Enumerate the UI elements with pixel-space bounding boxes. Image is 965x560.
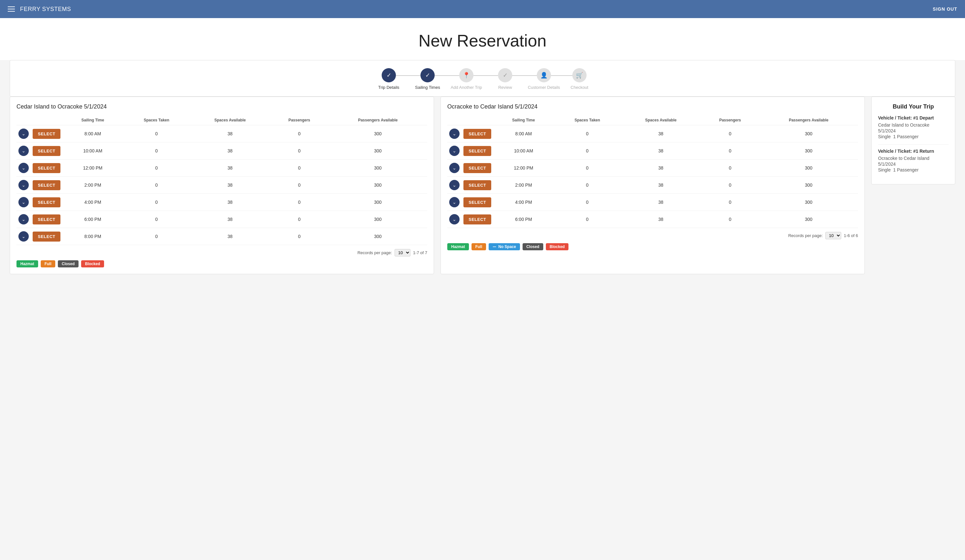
right-spaces-taken-1: 0 xyxy=(554,142,621,160)
left-col-passengers-available: Passengers Available xyxy=(328,115,427,125)
right-chevron-0[interactable]: ⌄ xyxy=(449,129,460,139)
right-passengers-available-0: 300 xyxy=(759,125,858,142)
step-add-another-trip-circle: 📍 xyxy=(459,68,473,82)
left-col-select xyxy=(31,115,62,125)
depart-route: Cedar Island to Ocracoke xyxy=(878,122,949,127)
badge-closed-left: Closed xyxy=(58,260,79,268)
return-header: Vehicle / Ticket: #1 Return xyxy=(878,149,949,154)
left-select-btn-1[interactable]: SELECT xyxy=(33,146,61,156)
left-table-row: ⌄ SELECT 2:00 PM 0 38 0 300 xyxy=(16,177,427,194)
svg-rect-0 xyxy=(493,247,496,247)
left-table-row: ⌄ SELECT 8:00 PM 0 38 0 300 xyxy=(16,228,427,245)
right-chevron-5[interactable]: ⌄ xyxy=(449,214,460,224)
left-spaces-available-4: 38 xyxy=(190,194,270,211)
right-table-row: ⌄ SELECT 2:00 PM 0 38 0 300 xyxy=(447,177,858,194)
left-chevron-0[interactable]: ⌄ xyxy=(18,129,29,139)
left-chevron-4[interactable]: ⌄ xyxy=(18,197,29,207)
left-sailing-time-4: 4:00 PM xyxy=(62,194,123,211)
left-passengers-1: 0 xyxy=(270,142,328,160)
left-chevron-6[interactable]: ⌄ xyxy=(18,231,29,242)
right-sailing-time-1: 10:00 AM xyxy=(493,142,554,160)
left-passengers-available-5: 300 xyxy=(328,211,427,228)
left-chevron-2[interactable]: ⌄ xyxy=(18,163,29,173)
step-add-another-trip[interactable]: 📍 Add Another Trip xyxy=(447,68,486,90)
right-chevron-1[interactable]: ⌄ xyxy=(449,146,460,156)
right-select-btn-3[interactable]: SELECT xyxy=(463,180,491,190)
step-customer-details-label: Customer Details xyxy=(528,85,560,90)
left-passengers-available-1: 300 xyxy=(328,142,427,160)
left-sailing-time-6: 8:00 PM xyxy=(62,228,123,245)
right-records-label: Records per page: xyxy=(788,233,823,238)
left-select-btn-6[interactable]: SELECT xyxy=(33,232,61,242)
step-review[interactable]: ✓ Review xyxy=(486,68,525,90)
left-passengers-available-3: 300 xyxy=(328,177,427,194)
right-select-btn-5[interactable]: SELECT xyxy=(463,214,491,224)
right-sailing-time-4: 4:00 PM xyxy=(493,194,554,211)
left-spaces-available-6: 38 xyxy=(190,228,270,245)
left-select-btn-4[interactable]: SELECT xyxy=(33,198,61,207)
right-table-row: ⌄ SELECT 4:00 PM 0 38 0 300 xyxy=(447,194,858,211)
right-chevron-2[interactable]: ⌄ xyxy=(449,163,460,173)
hamburger-menu[interactable] xyxy=(8,7,15,11)
left-select-btn-3[interactable]: SELECT xyxy=(33,180,61,190)
step-sailing-times[interactable]: ✓ Sailing Times xyxy=(408,68,447,90)
right-table-card: Ocracoke to Cedar Island 5/1/2024 Sailin… xyxy=(440,96,865,274)
left-col-spaces-available: Spaces Available xyxy=(190,115,270,125)
left-chevron-5[interactable]: ⌄ xyxy=(18,214,29,224)
right-records-select[interactable]: 10 25 50 xyxy=(825,232,841,239)
left-select-btn-2[interactable]: SELECT xyxy=(33,163,61,173)
right-legend: Hazmat Full No Space Closed Blocked xyxy=(447,243,858,250)
left-spaces-available-3: 38 xyxy=(190,177,270,194)
right-select-btn-1[interactable]: SELECT xyxy=(463,146,491,156)
right-table: Sailing Time Spaces Taken Spaces Availab… xyxy=(447,115,858,228)
badge-hazmat-left: Hazmat xyxy=(16,260,38,268)
right-col-spaces-available: Spaces Available xyxy=(621,115,701,125)
left-spaces-available-1: 38 xyxy=(190,142,270,160)
right-sailing-time-5: 6:00 PM xyxy=(493,211,554,228)
left-chevron-1[interactable]: ⌄ xyxy=(18,146,29,156)
sign-out-button[interactable]: SIGN OUT xyxy=(933,7,957,11)
steps-wrapper: ✓ Trip Details ✓ Sailing Times 📍 Add Ano… xyxy=(23,68,942,90)
right-select-btn-2[interactable]: SELECT xyxy=(463,163,491,173)
right-passengers-2: 0 xyxy=(701,160,759,177)
left-passengers-5: 0 xyxy=(270,211,328,228)
step-trip-details-circle: ✓ xyxy=(382,68,396,82)
left-chevron-3[interactable]: ⌄ xyxy=(18,180,29,190)
left-sailing-time-2: 12:00 PM xyxy=(62,160,123,177)
left-records-label: Records per page: xyxy=(357,250,392,255)
right-passengers-1: 0 xyxy=(701,142,759,160)
right-chevron-4[interactable]: ⌄ xyxy=(449,197,460,207)
page-title-container: New Reservation xyxy=(0,18,965,60)
left-spaces-taken-4: 0 xyxy=(123,194,190,211)
right-table-row: ⌄ SELECT 6:00 PM 0 38 0 300 xyxy=(447,211,858,228)
left-spaces-available-5: 38 xyxy=(190,211,270,228)
right-spaces-available-1: 38 xyxy=(621,142,701,160)
right-select-btn-4[interactable]: SELECT xyxy=(463,198,491,207)
left-select-btn-0[interactable]: SELECT xyxy=(33,129,61,139)
right-passengers-available-4: 300 xyxy=(759,194,858,211)
right-passengers-available-2: 300 xyxy=(759,160,858,177)
right-col-select xyxy=(461,115,493,125)
left-sailing-time-1: 10:00 AM xyxy=(62,142,123,160)
step-checkout-circle: 🛒 xyxy=(572,68,587,82)
left-passengers-available-0: 300 xyxy=(328,125,427,142)
left-sailing-time-5: 6:00 PM xyxy=(62,211,123,228)
badge-closed-right: Closed xyxy=(523,243,543,250)
badge-full-right: Full xyxy=(471,243,486,250)
right-spaces-taken-4: 0 xyxy=(554,194,621,211)
left-select-btn-5[interactable]: SELECT xyxy=(33,214,61,224)
right-col-passengers-available: Passengers Available xyxy=(759,115,858,125)
step-checkout[interactable]: 🛒 Checkout xyxy=(563,68,595,90)
right-sailing-time-3: 2:00 PM xyxy=(493,177,554,194)
right-select-btn-0[interactable]: SELECT xyxy=(463,129,491,139)
left-records-select[interactable]: 10 25 50 xyxy=(394,249,411,256)
badge-full-left: Full xyxy=(41,260,55,268)
step-customer-details[interactable]: 👤 Customer Details xyxy=(525,68,563,90)
step-trip-details[interactable]: ✓ Trip Details xyxy=(370,68,408,90)
right-chevron-3[interactable]: ⌄ xyxy=(449,180,460,190)
left-spaces-taken-6: 0 xyxy=(123,228,190,245)
right-pagination-text: 1-6 of 6 xyxy=(844,233,858,238)
step-trip-details-label: Trip Details xyxy=(378,85,399,90)
right-spaces-available-2: 38 xyxy=(621,160,701,177)
badge-nospace-right: No Space xyxy=(489,243,520,250)
